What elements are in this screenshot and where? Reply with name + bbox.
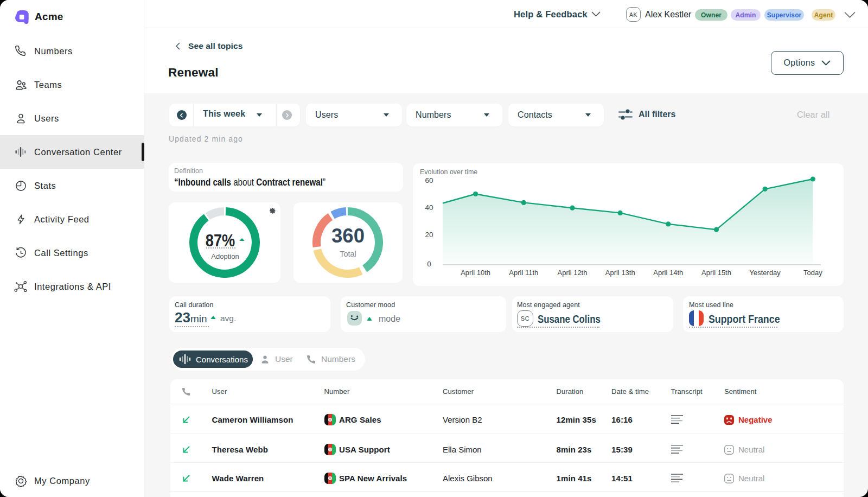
- svg-text:April 13th: April 13th: [605, 269, 635, 277]
- svg-text:April 15th: April 15th: [701, 269, 731, 277]
- svg-text:April 11th: April 11th: [509, 269, 538, 277]
- svg-text:Today: Today: [803, 269, 822, 277]
- svg-text:40: 40: [425, 203, 433, 212]
- svg-text:April 10th: April 10th: [461, 269, 490, 277]
- svg-text:April 14th: April 14th: [653, 269, 683, 277]
- svg-text:20: 20: [425, 231, 433, 239]
- svg-text:60: 60: [425, 176, 433, 184]
- svg-text:0: 0: [427, 260, 431, 268]
- svg-text:April 12th: April 12th: [558, 269, 588, 277]
- svg-text:Yesterday: Yesterday: [750, 269, 781, 277]
